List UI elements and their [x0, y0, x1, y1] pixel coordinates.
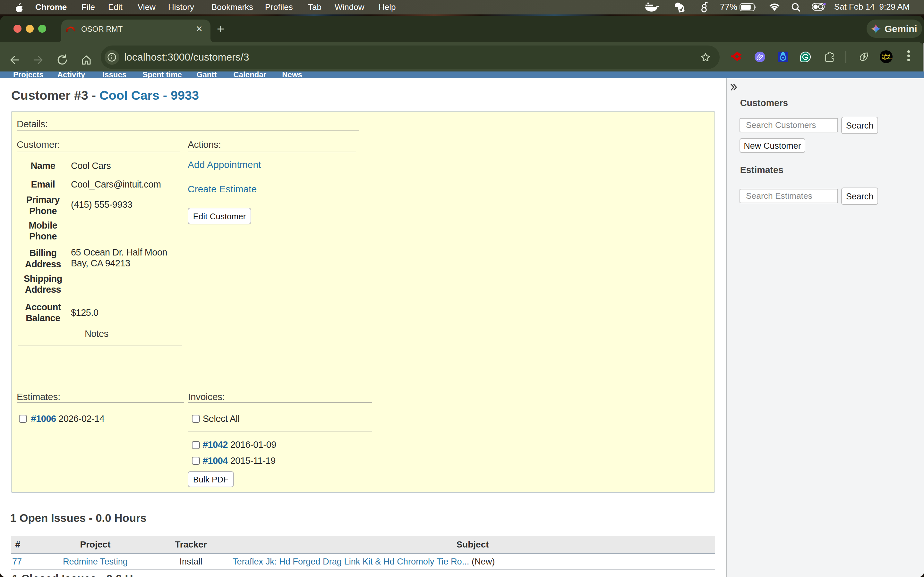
- svg-text:Fabrication: Fabrication: [882, 57, 891, 59]
- svg-text:Barrette: Barrette: [882, 54, 889, 56]
